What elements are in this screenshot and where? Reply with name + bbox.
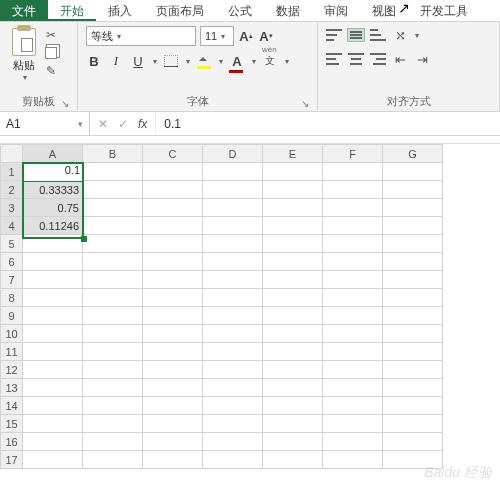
row-header-8[interactable]: 8 [1,289,23,307]
cell-E4[interactable] [263,217,323,235]
cell-C11[interactable] [143,343,203,361]
column-header-F[interactable]: F [323,145,383,163]
cell-F10[interactable] [323,325,383,343]
cell-G14[interactable] [383,397,443,415]
cut-icon[interactable] [44,28,58,42]
row-header-14[interactable]: 14 [1,397,23,415]
cell-A3[interactable]: 0.75 [23,199,83,217]
cell-D16[interactable] [203,433,263,451]
name-box[interactable]: A1 ▾ [0,112,90,135]
cell-B15[interactable] [83,415,143,433]
cell-F6[interactable] [323,253,383,271]
cell-D8[interactable] [203,289,263,307]
fill-color-button[interactable] [196,52,212,70]
row-header-12[interactable]: 12 [1,361,23,379]
cell-B9[interactable] [83,307,143,325]
cell-G2[interactable] [383,181,443,199]
column-header-A[interactable]: A [23,145,83,163]
cell-C5[interactable] [143,235,203,253]
tab-view[interactable]: 视图 [360,0,408,21]
cell-D4[interactable] [203,217,263,235]
cell-A8[interactable] [23,289,83,307]
cell-D15[interactable] [203,415,263,433]
font-color-dropdown-icon[interactable]: ▾ [252,57,256,66]
cell-A13[interactable] [23,379,83,397]
cell-G10[interactable] [383,325,443,343]
copy-icon[interactable] [44,46,58,60]
cell-G5[interactable] [383,235,443,253]
cell-D2[interactable] [203,181,263,199]
cell-F3[interactable] [323,199,383,217]
border-button[interactable] [163,52,179,70]
row-header-10[interactable]: 10 [1,325,23,343]
tab-formulas[interactable]: 公式 [216,0,264,21]
cell-B1[interactable] [83,163,143,181]
cell-D9[interactable] [203,307,263,325]
cell-E12[interactable] [263,361,323,379]
selection-fill-handle[interactable] [81,236,87,242]
cell-F11[interactable] [323,343,383,361]
select-all-corner[interactable] [1,145,23,163]
cell-B11[interactable] [83,343,143,361]
cell-E17[interactable] [263,451,323,469]
cell-B14[interactable] [83,397,143,415]
phonetic-dropdown-icon[interactable]: ▾ [285,57,289,66]
cell-D6[interactable] [203,253,263,271]
decrease-font-size-button[interactable]: A▾ [258,27,274,45]
cell-F16[interactable] [323,433,383,451]
bold-button[interactable]: B [86,52,102,70]
cell-G4[interactable] [383,217,443,235]
cell-D7[interactable] [203,271,263,289]
align-middle-button[interactable] [348,29,364,41]
cell-A6[interactable] [23,253,83,271]
cell-B10[interactable] [83,325,143,343]
cell-C6[interactable] [143,253,203,271]
row-header-17[interactable]: 17 [1,451,23,469]
cell-B16[interactable] [83,433,143,451]
underline-dropdown-icon[interactable]: ▾ [153,57,157,66]
cell-E9[interactable] [263,307,323,325]
cell-F7[interactable] [323,271,383,289]
cell-D11[interactable] [203,343,263,361]
cell-B3[interactable] [83,199,143,217]
italic-button[interactable]: I [108,52,124,70]
column-header-E[interactable]: E [263,145,323,163]
cell-G9[interactable] [383,307,443,325]
font-size-select[interactable]: 11 ▾ [200,26,234,46]
cell-D14[interactable] [203,397,263,415]
paste-button[interactable]: 粘贴 ▾ [8,26,40,94]
tab-home[interactable]: 开始 [48,0,96,21]
row-header-4[interactable]: 4 [1,217,23,235]
cell-E15[interactable] [263,415,323,433]
cell-A14[interactable] [23,397,83,415]
cell-F17[interactable] [323,451,383,469]
cell-G17[interactable] [383,451,443,469]
border-dropdown-icon[interactable]: ▾ [186,57,190,66]
cell-B8[interactable] [83,289,143,307]
cell-E11[interactable] [263,343,323,361]
cell-C7[interactable] [143,271,203,289]
row-header-13[interactable]: 13 [1,379,23,397]
cell-D1[interactable] [203,163,263,181]
phonetic-guide-button[interactable]: 文 [262,52,278,70]
row-header-3[interactable]: 3 [1,199,23,217]
row-header-2[interactable]: 2 [1,181,23,199]
column-header-D[interactable]: D [203,145,263,163]
font-dialog-launcher-icon[interactable]: ↘ [301,98,309,109]
row-header-7[interactable]: 7 [1,271,23,289]
row-header-5[interactable]: 5 [1,235,23,253]
cell-C8[interactable] [143,289,203,307]
cell-F12[interactable] [323,361,383,379]
name-box-dropdown-icon[interactable]: ▾ [78,119,83,129]
orientation-dropdown-icon[interactable]: ▾ [415,31,419,40]
cell-C12[interactable] [143,361,203,379]
cell-E5[interactable] [263,235,323,253]
cell-G8[interactable] [383,289,443,307]
cell-F9[interactable] [323,307,383,325]
cell-C15[interactable] [143,415,203,433]
cell-F8[interactable] [323,289,383,307]
cancel-button[interactable]: ✕ [98,117,108,131]
tab-review[interactable]: 审阅 [312,0,360,21]
cell-G3[interactable] [383,199,443,217]
cell-B17[interactable] [83,451,143,469]
